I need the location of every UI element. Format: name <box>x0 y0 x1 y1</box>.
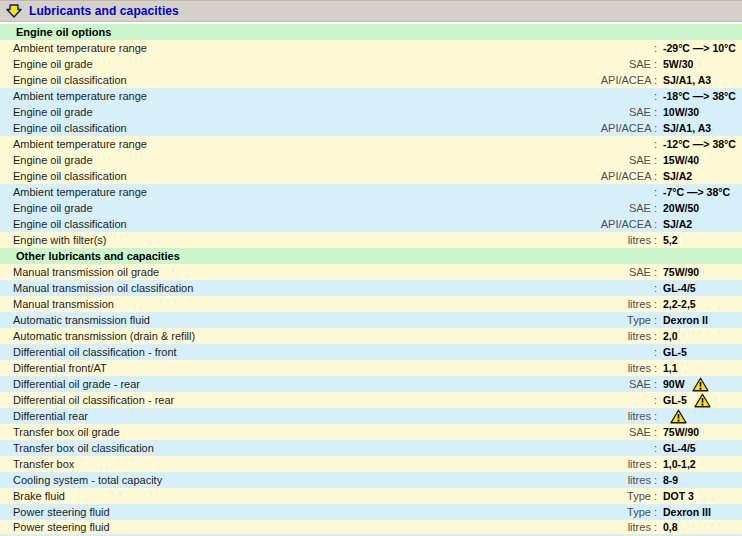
row-value-cell: -18°C —> 38°C <box>657 90 742 102</box>
row-value: 2,0 <box>663 330 678 342</box>
table-row: Engine oil grade SAE : 5W/30 <box>0 56 742 72</box>
row-unit: litres : <box>547 298 657 310</box>
row-value: 90W <box>663 378 685 390</box>
table-row: Differential oil grade - rear SAE : 90W <box>0 376 742 392</box>
row-value: 1,1 <box>663 362 678 374</box>
row-value: GL-4/5 <box>663 442 696 454</box>
warning-triangle-icon <box>670 409 687 424</box>
row-label: Power steering fluid <box>0 506 547 518</box>
row-unit: SAE : <box>547 58 657 70</box>
table-row: Power steering fluid Type : Dexron III <box>0 504 742 520</box>
row-value-cell: 1,1 <box>657 362 742 374</box>
row-value-cell: SJ/A1, A3 <box>657 74 742 86</box>
table-row: Power steering fluid litres : 0,8 <box>0 520 742 534</box>
row-value: SJ/A1, A3 <box>663 122 711 134</box>
row-value: -12°C —> 38°C <box>663 138 736 150</box>
row-label: Manual transmission oil grade <box>0 266 547 278</box>
row-value-cell: 75W/90 <box>657 266 742 278</box>
row-label: Manual transmission <box>0 298 547 310</box>
row-label: Differential oil classification - front <box>0 346 547 358</box>
row-label: Differential oil grade - rear <box>0 378 547 390</box>
row-value-cell: -29°C —> 10°C <box>657 42 742 54</box>
row-value: 2,2-2,5 <box>663 298 696 310</box>
row-label: Differential oil classification - rear <box>0 394 547 406</box>
row-unit: Type : <box>547 506 657 518</box>
row-value-cell: 10W/30 <box>657 106 742 118</box>
row-value: DOT 3 <box>663 490 694 502</box>
row-value-cell: GL-4/5 <box>657 282 742 294</box>
row-unit: : <box>547 186 657 198</box>
table-row: Engine oil classification API/ACEA : SJ/… <box>0 72 742 88</box>
table-row: Differential oil classification - front … <box>0 344 742 360</box>
row-value-cell: Dexron II <box>657 314 742 326</box>
row-value-cell: 5,2 <box>657 234 742 246</box>
row-label: Differential front/AT <box>0 362 547 374</box>
row-unit: litres : <box>547 458 657 470</box>
row-unit: API/ACEA : <box>547 122 657 134</box>
warning-triangle-icon <box>692 377 709 392</box>
table-row: Manual transmission oil grade SAE : 75W/… <box>0 264 742 280</box>
row-value-cell: GL-5 <box>657 346 742 358</box>
row-value-cell: SJ/A2 <box>657 218 742 230</box>
row-value: GL-4/5 <box>663 282 696 294</box>
row-label: Cooling system - total capacity <box>0 474 547 486</box>
row-label: Manual transmission oil classification <box>0 282 547 294</box>
row-unit: SAE : <box>547 106 657 118</box>
row-value-cell <box>657 409 742 424</box>
row-value-cell: 2,0 <box>657 330 742 342</box>
row-value-cell: 1,0-1,2 <box>657 458 742 470</box>
row-unit: API/ACEA : <box>547 218 657 230</box>
section-header-2: Other lubricants and capacities <box>0 248 742 264</box>
table-row: Engine oil classification API/ACEA : SJ/… <box>0 216 742 232</box>
row-unit: : <box>547 394 657 406</box>
row-value-cell: -7°C —> 38°C <box>657 186 742 198</box>
lubricants-page: Lubricants and capacities Engine oil opt… <box>0 0 742 536</box>
row-value: SJ/A2 <box>663 218 692 230</box>
row-label: Automatic transmission fluid <box>0 314 547 326</box>
row-value: 75W/90 <box>663 266 699 278</box>
row-label: Engine oil grade <box>0 154 547 166</box>
row-unit: Type : <box>547 314 657 326</box>
row-value-cell: 75W/90 <box>657 426 742 438</box>
row-label: Ambient temperature range <box>0 186 547 198</box>
row-unit: litres : <box>547 234 657 246</box>
row-label: Transfer box oil classification <box>0 442 547 454</box>
row-label: Engine with filter(s) <box>0 234 547 246</box>
section-title: Engine oil options <box>16 26 111 38</box>
table-row: Brake fluid Type : DOT 3 <box>0 488 742 504</box>
row-value: 5W/30 <box>663 58 693 70</box>
table-row: Automatic transmission (drain & refill) … <box>0 328 742 344</box>
table-row: Engine oil classification API/ACEA : SJ/… <box>0 120 742 136</box>
row-value-cell: 8-9 <box>657 474 742 486</box>
lubricants-table: Engine oil options Ambient temperature r… <box>0 24 742 536</box>
row-value: 5,2 <box>663 234 678 246</box>
table-row: Differential rear litres : <box>0 408 742 424</box>
jump-down-arrow-icon[interactable] <box>6 4 22 18</box>
table-row: Transfer box litres : 1,0-1,2 <box>0 456 742 472</box>
row-value: SJ/A2 <box>663 170 692 182</box>
row-label: Ambient temperature range <box>0 138 547 150</box>
row-value-cell: Dexron III <box>657 506 742 518</box>
row-value: SJ/A1, A3 <box>663 74 711 86</box>
row-unit: : <box>547 42 657 54</box>
row-unit: : <box>547 282 657 294</box>
table-row: Engine oil grade SAE : 20W/50 <box>0 200 742 216</box>
row-value-cell: -12°C —> 38°C <box>657 138 742 150</box>
table-row: Transfer box oil classification : GL-4/5 <box>0 440 742 456</box>
row-label: Transfer box <box>0 458 547 470</box>
table-row: Ambient temperature range : -18°C —> 38°… <box>0 88 742 104</box>
row-label: Brake fluid <box>0 490 547 502</box>
row-label: Differential rear <box>0 410 547 422</box>
page-title: Lubricants and capacities <box>29 4 179 18</box>
row-label: Engine oil grade <box>0 58 547 70</box>
row-value: GL-5 <box>663 394 687 406</box>
row-label: Automatic transmission (drain & refill) <box>0 330 547 342</box>
row-value: 10W/30 <box>663 106 699 118</box>
row-unit: API/ACEA : <box>547 74 657 86</box>
row-unit: SAE : <box>547 266 657 278</box>
row-value: -18°C —> 38°C <box>663 90 736 102</box>
table-row: Ambient temperature range : -7°C —> 38°C <box>0 184 742 200</box>
row-label: Engine oil classification <box>0 218 547 230</box>
row-value-cell: 0,8 <box>657 521 742 533</box>
row-unit: SAE : <box>547 426 657 438</box>
